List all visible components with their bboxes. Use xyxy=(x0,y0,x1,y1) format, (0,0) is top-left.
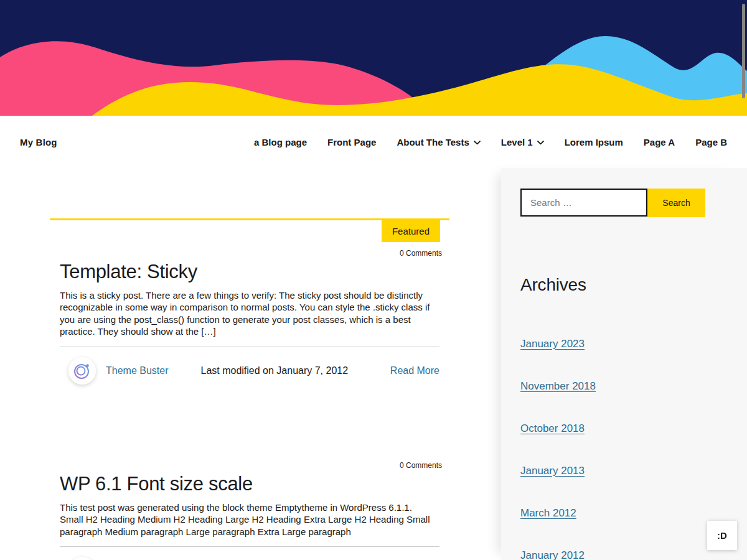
post-card: Featured 0 Comments Template: Sticky Thi… xyxy=(50,218,449,385)
nav-item[interactable]: Page A xyxy=(644,137,675,147)
author-link[interactable]: Theme Buster xyxy=(106,365,168,376)
site-navbar: My Blog a Blog pageFront PageAbout The T… xyxy=(0,116,747,168)
post-divider xyxy=(60,347,439,347)
nav-item-label: Page A xyxy=(644,137,675,147)
read-more-link[interactable]: Read More xyxy=(390,365,439,376)
comments-row: 0 Comments xyxy=(50,249,449,259)
post-meta-row: Theme Buster Last modified on January 7,… xyxy=(60,357,439,385)
search-input[interactable] xyxy=(520,189,647,217)
nav-item-label: About The Tests xyxy=(397,137,469,147)
chevron-down-icon xyxy=(474,141,481,145)
archive-link[interactable]: November 2018 xyxy=(520,380,596,392)
nav-item[interactable]: Level 1 xyxy=(501,137,544,147)
nav-item-label: Page B xyxy=(695,137,727,147)
author-avatar xyxy=(68,357,96,385)
post-meta-row xyxy=(60,557,439,560)
sidebar: Search Archives January 2023November 201… xyxy=(501,168,747,560)
emoji-feedback-button[interactable]: :D xyxy=(707,521,737,550)
nav-item[interactable]: About The Tests xyxy=(397,137,480,147)
nav-item-label: Level 1 xyxy=(501,137,533,147)
site-title-link[interactable]: My Blog xyxy=(20,137,57,147)
nav-item[interactable]: Page B xyxy=(695,137,727,147)
avatar-orbit-icon xyxy=(68,357,96,385)
archive-item: January 2013 xyxy=(520,465,747,476)
post-title[interactable]: WP 6.1 Font size scale xyxy=(50,472,449,497)
featured-badge: Featured xyxy=(382,220,440,242)
archive-link[interactable]: March 2012 xyxy=(520,507,576,519)
post-card: 0 Comments WP 6.1 Font size scale This t… xyxy=(50,461,449,560)
decorative-wave-header xyxy=(0,0,747,116)
post-list: Featured 0 Comments Template: Sticky Thi… xyxy=(50,218,449,560)
post-divider xyxy=(60,546,439,547)
nav-item[interactable]: a Blog page xyxy=(254,137,307,147)
nav-item-label: Lorem Ipsum xyxy=(565,137,623,147)
nav-menu: a Blog pageFront PageAbout The TestsLeve… xyxy=(254,137,727,147)
archive-item: January 2012 xyxy=(520,549,747,560)
post-title[interactable]: Template: Sticky xyxy=(50,260,449,284)
avatar-orbit-icon xyxy=(68,557,96,560)
wave-graphic xyxy=(0,0,747,116)
comments-count-link[interactable]: 0 Comments xyxy=(400,461,442,470)
post-excerpt: This is a sticky post. There are a few t… xyxy=(50,289,442,338)
vertical-scrollbar-thumb[interactable] xyxy=(742,4,745,98)
comments-row: 0 Comments xyxy=(50,461,449,471)
archive-link[interactable]: January 2013 xyxy=(520,465,585,477)
nav-item[interactable]: Front Page xyxy=(327,137,376,147)
search-button[interactable]: Search xyxy=(647,189,705,217)
nav-item-label: Front Page xyxy=(327,137,376,147)
modified-date: Last modified on January 7, 2012 xyxy=(200,365,348,376)
archive-item: January 2023 xyxy=(520,338,747,349)
archives-heading: Archives xyxy=(520,275,747,295)
comments-count-link[interactable]: 0 Comments xyxy=(400,249,442,258)
archive-link[interactable]: October 2018 xyxy=(520,422,585,434)
chevron-down-icon xyxy=(537,141,544,145)
nav-item[interactable]: Lorem Ipsum xyxy=(565,137,623,147)
main-content: Featured 0 Comments Template: Sticky Thi… xyxy=(0,168,501,560)
author-avatar xyxy=(68,557,96,560)
search-form: Search xyxy=(520,189,747,217)
archive-link[interactable]: January 2023 xyxy=(520,338,585,350)
archive-item: March 2012 xyxy=(520,507,747,518)
page-body: Featured 0 Comments Template: Sticky Thi… xyxy=(0,168,747,560)
archive-item: October 2018 xyxy=(520,422,747,434)
post-excerpt: This test post was generated using the b… xyxy=(50,502,442,538)
archive-item: November 2018 xyxy=(520,380,747,391)
archive-link[interactable]: January 2012 xyxy=(520,549,585,560)
nav-item-label: a Blog page xyxy=(254,137,307,147)
